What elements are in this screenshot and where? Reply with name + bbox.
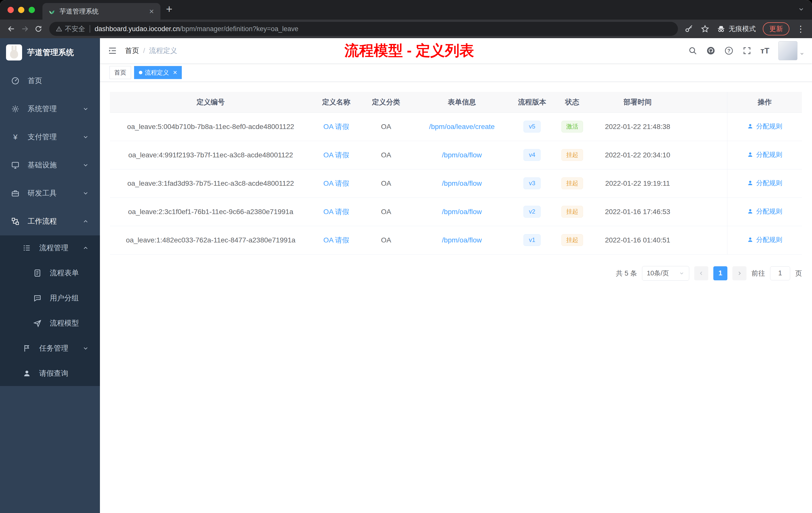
spacer-cell xyxy=(682,169,727,198)
form-link[interactable]: /bpm/oa/flow xyxy=(442,208,482,216)
tag-home[interactable]: 首页 xyxy=(110,66,131,79)
sidebar-item-label: 请假查询 xyxy=(39,368,68,379)
version-badge[interactable]: v4 xyxy=(523,149,540,161)
sidebar-item-infrastructure[interactable]: 基础设施 xyxy=(0,151,100,179)
version-badge[interactable]: v5 xyxy=(523,121,540,132)
assign-rule-link[interactable]: 分配规则 xyxy=(747,150,782,159)
definition-name-link[interactable]: OA 请假 xyxy=(323,151,349,159)
sidebar-item-label: 流程管理 xyxy=(39,243,68,253)
sidebar-collapse-icon[interactable] xyxy=(100,46,125,55)
avatar[interactable] xyxy=(778,41,798,60)
definition-table: 定义编号 定义名称 定义分类 表单信息 流程版本 状态 部署时间 操作 xyxy=(110,92,802,254)
bookmark-star-icon[interactable] xyxy=(700,24,709,33)
sidebar-item-devtools[interactable]: 研发工具 xyxy=(0,179,100,207)
sidebar-item-process-management[interactable]: 流程管理 xyxy=(0,235,100,261)
form-link[interactable]: /bpm/oa/leave/create xyxy=(429,123,495,130)
table-row: oa_leave:3:1fad3d93-7b75-11ec-a3c8-acde4… xyxy=(110,169,802,198)
page-jump-input[interactable] xyxy=(770,266,790,280)
version-badge[interactable]: v3 xyxy=(523,177,540,189)
browser-update-button[interactable]: 更新 xyxy=(763,22,789,35)
breadcrumb-home[interactable]: 首页 xyxy=(125,46,139,56)
help-icon[interactable]: ? xyxy=(724,46,733,55)
tab-close-icon[interactable]: × xyxy=(148,7,155,15)
definition-name-link[interactable]: OA 请假 xyxy=(323,179,349,187)
chevron-down-icon xyxy=(82,162,89,169)
address-bar[interactable]: 不安全 dashboard.yudao.iocoder.cn/bpm/manag… xyxy=(49,22,678,36)
zoom-window-button[interactable] xyxy=(29,7,35,13)
definition-category: OA xyxy=(361,198,411,226)
assign-rule-link[interactable]: 分配规则 xyxy=(747,207,782,216)
spacer-cell xyxy=(682,113,727,141)
sidebar-item-system[interactable]: 系统管理 xyxy=(0,95,100,123)
page-size-value: 10条/页 xyxy=(647,269,669,278)
definition-name-link[interactable]: OA 请假 xyxy=(323,208,349,216)
sidebar-item-label: 基础设施 xyxy=(28,160,57,170)
sidebar-item-leave-query[interactable]: 请假查询 xyxy=(0,361,100,386)
search-icon[interactable] xyxy=(688,46,697,55)
form-link[interactable]: /bpm/oa/flow xyxy=(442,151,482,159)
sidebar-item-label: 流程表单 xyxy=(50,268,79,278)
version-badge[interactable]: v2 xyxy=(523,206,540,217)
incognito-indicator: 无痕模式 xyxy=(717,24,756,33)
tag-process-definition[interactable]: 流程定义 × xyxy=(134,66,182,79)
sidebar-item-user-group[interactable]: 用户分组 xyxy=(0,285,100,311)
user-avatar-menu[interactable] xyxy=(778,41,805,60)
forward-button[interactable] xyxy=(18,25,32,33)
new-tab-button[interactable]: + xyxy=(166,3,173,16)
definition-name-link[interactable]: OA 请假 xyxy=(323,123,349,130)
close-window-button[interactable] xyxy=(7,7,14,13)
app-logo[interactable]: 芋道管理系统 xyxy=(0,38,100,67)
sidebar-item-label: 流程模型 xyxy=(50,318,79,328)
form-link[interactable]: /bpm/oa/flow xyxy=(442,179,482,187)
github-icon[interactable] xyxy=(706,46,715,55)
reload-button[interactable] xyxy=(32,25,45,33)
assign-rule-link[interactable]: 分配规则 xyxy=(747,235,782,244)
prev-page-button[interactable] xyxy=(694,266,708,280)
page-size-select[interactable]: 10条/页 xyxy=(642,266,689,280)
tag-close-icon[interactable]: × xyxy=(173,69,177,76)
current-page-button[interactable]: 1 xyxy=(713,266,727,280)
next-page-button[interactable] xyxy=(732,266,747,280)
assign-rule-link[interactable]: 分配规则 xyxy=(747,122,782,131)
navbar-actions: ? тT xyxy=(688,41,812,60)
table-row: oa_leave:1:482ec033-762a-11ec-8477-a2380… xyxy=(110,226,802,254)
app-title: 芋道管理系统 xyxy=(27,47,74,58)
sidebar-item-task-management[interactable]: 任务管理 xyxy=(0,336,100,361)
font-size-icon[interactable]: тT xyxy=(760,46,769,56)
definition-name-link[interactable]: OA 请假 xyxy=(323,236,349,244)
sidebar-item-payment[interactable]: ¥ 支付管理 xyxy=(0,123,100,151)
security-label: 不安全 xyxy=(65,24,85,33)
status-badge: 挂起 xyxy=(561,206,583,217)
sidebar-item-workflow[interactable]: 工作流程 xyxy=(0,207,100,235)
definition-id: oa_leave:2:3c1f0ef1-76b1-11ec-9c66-a2380… xyxy=(110,198,311,226)
browser-menu-icon[interactable]: ⋮ xyxy=(796,24,805,34)
app-root: 芋道管理系统 首页 系统管理 ¥ 支付管理 基础设施 xyxy=(0,38,812,513)
assign-rule-label: 分配规则 xyxy=(756,207,782,216)
workflow-submenu: 流程管理 流程表单 用户分组 流程模型 任务管理 xyxy=(0,235,100,386)
caret-down-icon xyxy=(679,271,685,276)
sidebar: 芋道管理系统 首页 系统管理 ¥ 支付管理 基础设施 xyxy=(0,38,100,513)
deploy-time: 2022-01-22 21:48:38 xyxy=(593,113,683,141)
security-indicator[interactable]: 不安全 xyxy=(56,24,85,33)
version-badge[interactable]: v1 xyxy=(523,234,540,246)
col-header-form: 表单信息 xyxy=(411,92,513,113)
sidebar-item-label: 首页 xyxy=(28,76,42,86)
form-link[interactable]: /bpm/oa/flow xyxy=(442,236,482,244)
browser-tab[interactable]: 芋道管理系统 × xyxy=(42,3,161,20)
incognito-label: 无痕模式 xyxy=(729,24,756,33)
svg-text:?: ? xyxy=(727,48,730,54)
sidebar-item-process-form[interactable]: 流程表单 xyxy=(0,261,100,285)
tab-search-caret-icon[interactable] xyxy=(798,6,805,12)
sidebar-item-process-model[interactable]: 流程模型 xyxy=(0,311,100,336)
sidebar-item-home[interactable]: 首页 xyxy=(0,67,100,95)
flag-icon xyxy=(23,344,31,353)
fullscreen-icon[interactable] xyxy=(743,46,752,55)
password-key-icon[interactable] xyxy=(685,24,694,33)
back-button[interactable] xyxy=(4,25,18,33)
minimize-window-button[interactable] xyxy=(18,7,24,13)
assign-rule-link[interactable]: 分配规则 xyxy=(747,179,782,187)
assign-rule-label: 分配规则 xyxy=(756,235,782,244)
definition-category: OA xyxy=(361,113,411,141)
status-badge: 挂起 xyxy=(561,234,583,246)
tab-strip: 芋道管理系统 × + xyxy=(0,0,812,20)
